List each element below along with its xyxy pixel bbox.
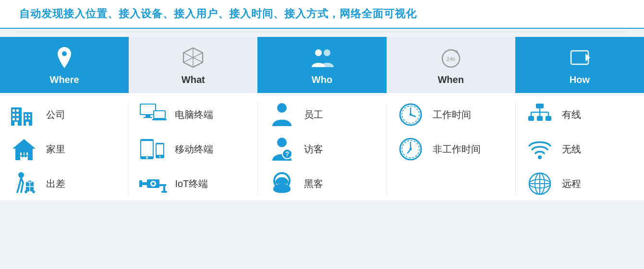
svg-point-65 bbox=[277, 138, 287, 147]
what-label: What bbox=[182, 74, 205, 85]
list-item: 工作时间 bbox=[396, 103, 471, 127]
svg-rect-24 bbox=[28, 117, 30, 119]
wireless-icon bbox=[525, 137, 554, 161]
svg-point-85 bbox=[410, 148, 412, 151]
list-item: 家里 bbox=[10, 137, 65, 161]
home-icon bbox=[10, 137, 38, 161]
what-item-2: 移动终端 bbox=[175, 143, 213, 156]
non-work-time-icon bbox=[396, 137, 425, 161]
svg-rect-16 bbox=[16, 114, 19, 116]
when-icon: 24h bbox=[437, 46, 465, 70]
where-item-2: 家里 bbox=[46, 143, 65, 156]
where-label: Where bbox=[50, 74, 79, 85]
svg-rect-62 bbox=[161, 191, 167, 193]
what-icon bbox=[179, 46, 207, 70]
how-item-3: 远程 bbox=[562, 177, 581, 190]
what-item-1: 电脑终端 bbox=[175, 108, 213, 121]
svg-rect-15 bbox=[12, 114, 15, 116]
when-item-2: 非工作时间 bbox=[433, 143, 481, 156]
work-time-icon bbox=[396, 103, 425, 127]
how-item-2: 无线 bbox=[562, 143, 581, 156]
how-item-1: 有线 bbox=[562, 108, 581, 121]
list-item: 非工作时间 bbox=[396, 137, 481, 161]
who-item-1: 员工 bbox=[304, 108, 323, 121]
svg-text:?: ? bbox=[285, 150, 290, 158]
svg-rect-53 bbox=[157, 144, 163, 155]
main-content: Where What bbox=[0, 32, 644, 200]
page-title: 自动发现接入位置、接入设备、接入用户、接入时间、接入方式，网络全面可视化 bbox=[19, 7, 625, 21]
list-item: 出差 bbox=[10, 172, 65, 196]
svg-point-54 bbox=[159, 156, 161, 158]
svg-rect-13 bbox=[12, 109, 15, 112]
where-icon bbox=[50, 46, 79, 70]
col-where: 公司 家里 bbox=[0, 103, 129, 196]
when-label: When bbox=[437, 74, 463, 85]
list-item: 有线 bbox=[525, 103, 581, 127]
col-what: 电脑终端 bbox=[129, 103, 257, 196]
list-item: 移动终端 bbox=[138, 137, 213, 161]
who-item-2: 访客 bbox=[304, 143, 323, 156]
col-how: 有线 无线 bbox=[516, 103, 644, 196]
list-item: 电脑终端 bbox=[138, 103, 213, 127]
svg-rect-19 bbox=[14, 122, 18, 126]
header-how: How bbox=[515, 37, 644, 93]
wired-icon bbox=[525, 103, 554, 127]
svg-rect-47 bbox=[154, 111, 165, 118]
svg-rect-94 bbox=[546, 116, 551, 121]
title-bar: 自动发现接入位置、接入设备、接入用户、接入时间、接入方式，网络全面可视化 bbox=[0, 0, 644, 29]
remote-icon bbox=[525, 172, 554, 196]
svg-rect-30 bbox=[20, 155, 28, 156]
header-where: Where bbox=[0, 37, 129, 93]
list-item: IoT终端 bbox=[138, 172, 208, 196]
svg-rect-43 bbox=[141, 105, 155, 114]
company-icon bbox=[10, 103, 38, 127]
svg-rect-25 bbox=[26, 122, 29, 126]
list-item: 无线 bbox=[525, 137, 581, 161]
svg-point-41 bbox=[33, 191, 35, 193]
iot-icon bbox=[138, 172, 167, 196]
employee-icon bbox=[267, 103, 296, 127]
where-item-1: 公司 bbox=[46, 108, 65, 121]
svg-rect-18 bbox=[16, 118, 19, 120]
header-when: 24h When bbox=[387, 37, 515, 93]
svg-rect-17 bbox=[12, 118, 15, 120]
svg-rect-14 bbox=[16, 109, 19, 112]
svg-rect-60 bbox=[159, 184, 166, 186]
who-item-3: 黑客 bbox=[304, 177, 323, 190]
list-item: 远程 bbox=[525, 172, 581, 196]
svg-line-34 bbox=[17, 186, 19, 192]
how-label: How bbox=[570, 74, 590, 85]
svg-rect-93 bbox=[537, 116, 543, 121]
svg-rect-22 bbox=[28, 114, 30, 116]
svg-point-51 bbox=[146, 157, 148, 159]
svg-rect-50 bbox=[141, 141, 153, 156]
col-when: 工作时间 非工作时间 bbox=[387, 103, 515, 196]
svg-line-35 bbox=[21, 183, 23, 192]
header-what: What bbox=[129, 37, 257, 93]
hacker-icon bbox=[267, 172, 296, 196]
svg-point-63 bbox=[277, 103, 287, 113]
svg-rect-92 bbox=[528, 116, 534, 121]
computer-icon bbox=[138, 103, 167, 127]
where-item-3: 出差 bbox=[46, 177, 65, 190]
travel-icon bbox=[10, 172, 38, 196]
svg-rect-48 bbox=[152, 119, 167, 120]
when-item-1: 工作时间 bbox=[433, 108, 471, 121]
col-who: 员工 ? 访客 bbox=[258, 103, 387, 196]
svg-rect-44 bbox=[146, 115, 150, 117]
svg-rect-23 bbox=[25, 117, 27, 119]
svg-rect-45 bbox=[144, 117, 152, 118]
how-icon bbox=[565, 46, 594, 70]
list-item: ? 访客 bbox=[267, 137, 323, 161]
svg-point-57 bbox=[152, 182, 155, 185]
list-item: 公司 bbox=[10, 103, 65, 127]
list-item: 黑客 bbox=[267, 172, 323, 196]
page-wrapper: 自动发现接入位置、接入设备、接入用户、接入时间、接入方式，网络全面可视化 Whe… bbox=[0, 0, 644, 200]
svg-point-5 bbox=[315, 49, 322, 56]
svg-point-6 bbox=[324, 49, 330, 56]
svg-marker-64 bbox=[280, 113, 283, 120]
svg-point-0 bbox=[62, 51, 67, 56]
header-who: Who bbox=[257, 37, 386, 93]
svg-point-95 bbox=[538, 155, 542, 159]
svg-rect-59 bbox=[139, 180, 142, 187]
